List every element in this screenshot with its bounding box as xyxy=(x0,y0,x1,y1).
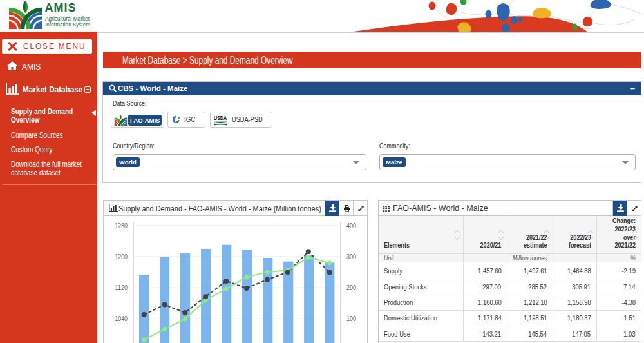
svg-text:200: 200 xyxy=(346,284,356,291)
svg-text:Agricultural Market: Agricultural Market xyxy=(45,15,90,22)
svg-text:100: 100 xyxy=(346,315,356,322)
svg-text:Information System: Information System xyxy=(45,21,90,28)
svg-text:400: 400 xyxy=(346,222,356,230)
svg-text:1280: 1280 xyxy=(115,222,128,230)
svg-text:AMIS: AMIS xyxy=(45,1,77,14)
svg-text:1200: 1200 xyxy=(115,253,128,260)
svg-text:1120: 1120 xyxy=(115,284,128,291)
svg-text:300: 300 xyxy=(346,253,356,260)
svg-text:USDA: USDA xyxy=(214,115,227,121)
svg-text:1040: 1040 xyxy=(115,315,128,322)
